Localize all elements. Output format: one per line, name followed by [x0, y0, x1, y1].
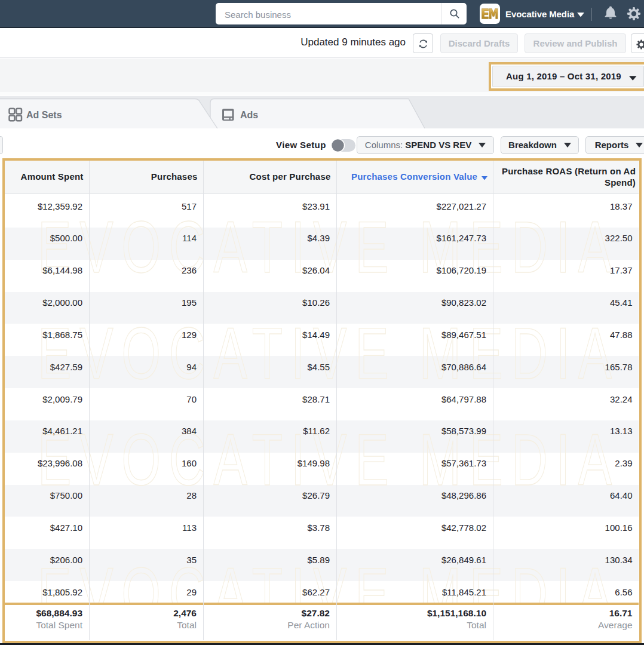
svg-text:Ads: Ads — [240, 110, 258, 120]
svg-text:Ad Sets: Ad Sets — [26, 110, 62, 120]
